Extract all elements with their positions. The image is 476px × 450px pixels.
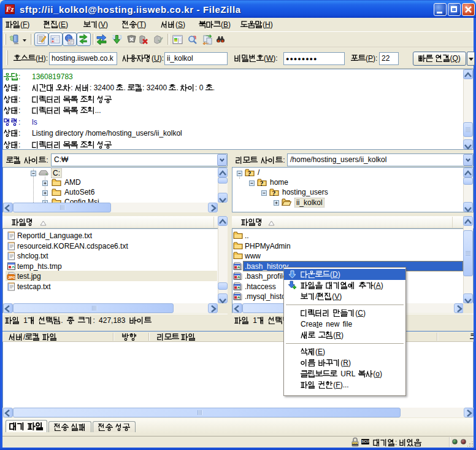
svg-text:?: ? bbox=[260, 179, 264, 187]
svg-text:JPG: JPG bbox=[8, 275, 16, 279]
svg-text:?: ? bbox=[272, 189, 276, 197]
svg-text:?: ? bbox=[248, 169, 251, 177]
